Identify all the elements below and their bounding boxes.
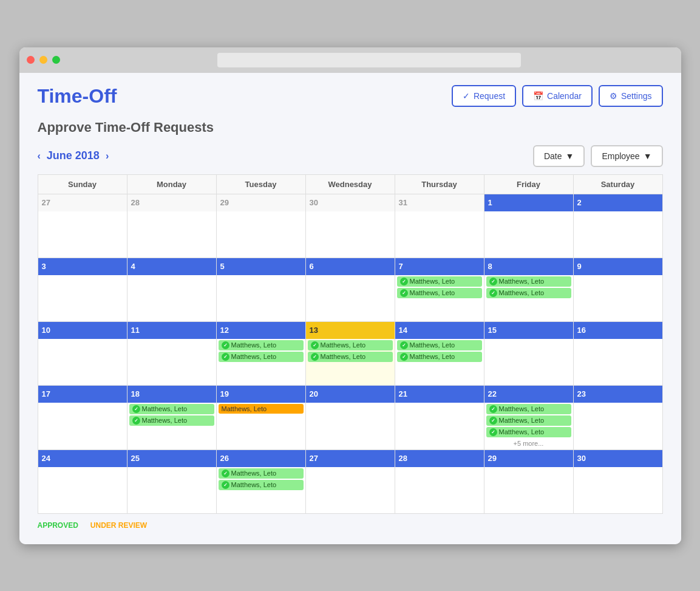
event-label: Matthews, Leto — [499, 278, 545, 285]
calendar-day-cell[interactable]: 28 — [127, 194, 216, 258]
day-number: 7 — [395, 258, 484, 275]
calendar-day-cell[interactable]: 26Matthews, LetoMatthews, Leto — [216, 449, 305, 513]
day-number: 30 — [574, 450, 662, 467]
event-label: Matthews, Leto — [499, 405, 545, 412]
event-tag[interactable]: Matthews, Leto — [486, 415, 571, 426]
app-title: Time-Off — [38, 85, 117, 108]
day-events: Matthews, LetoMatthews, Leto — [217, 339, 305, 364]
employee-filter-button[interactable]: Employee ▼ — [591, 145, 662, 167]
chevron-down-icon-2: ▼ — [644, 151, 652, 161]
calendar-day-cell[interactable]: 30 — [305, 194, 395, 258]
calendar-day-cell[interactable]: 7Matthews, LetoMatthews, Leto — [395, 258, 484, 321]
day-number: 29 — [217, 194, 305, 211]
prev-month-button[interactable]: ‹ — [38, 151, 41, 162]
event-tag[interactable]: Matthews, Leto — [486, 288, 571, 298]
day-of-week-header: Monday — [127, 174, 216, 194]
calendar-day-cell[interactable]: 14Matthews, LetoMatthews, Leto — [395, 321, 484, 385]
event-tag[interactable]: Matthews, Leto — [219, 352, 304, 362]
event-tag[interactable]: Matthews, Leto — [219, 468, 304, 479]
calendar-header-row: SundayMondayTuesdayWednesdayThursdayFrid… — [38, 174, 662, 194]
calendar-day-cell[interactable]: 19Matthews, Leto — [216, 385, 305, 449]
calendar-day-cell[interactable]: 9 — [573, 258, 662, 321]
calendar-day-cell[interactable]: 8Matthews, LetoMatthews, Leto — [484, 258, 573, 321]
calendar-day-cell[interactable]: 4 — [127, 258, 216, 321]
event-tag[interactable]: Matthews, Leto — [486, 427, 571, 437]
calendar-week-row: 34567Matthews, LetoMatthews, Leto8Matthe… — [38, 258, 662, 321]
minimize-button[interactable] — [39, 56, 47, 64]
event-tag[interactable]: Matthews, Leto — [397, 288, 482, 298]
day-number: 25 — [127, 450, 216, 467]
legend-review: UNDER REVIEW — [90, 521, 147, 530]
date-filter-label: Date — [544, 151, 562, 161]
day-number: 27 — [306, 450, 395, 467]
calendar-day-cell[interactable]: 28 — [395, 449, 484, 513]
calendar-day-cell[interactable]: 13Matthews, LetoMatthews, Leto — [305, 321, 395, 385]
day-of-week-header: Thursday — [395, 174, 484, 194]
calendar-day-cell[interactable]: 29 — [216, 194, 305, 258]
calendar-day-cell[interactable]: 27 — [38, 194, 127, 258]
event-tag[interactable]: Matthews, Leto — [308, 340, 393, 350]
day-of-week-header: Friday — [484, 174, 573, 194]
close-button[interactable] — [27, 56, 35, 64]
day-events: Matthews, LetoMatthews, Leto — [127, 403, 216, 428]
calendar-day-cell[interactable]: 15 — [484, 321, 573, 385]
event-tag[interactable]: Matthews, Leto — [308, 352, 393, 362]
day-number: 4 — [127, 258, 216, 275]
filter-buttons: Date ▼ Employee ▼ — [533, 145, 663, 167]
calendar-day-cell[interactable]: 22Matthews, LetoMatthews, LetoMatthews, … — [484, 385, 573, 449]
event-tag[interactable]: Matthews, Leto — [219, 404, 304, 414]
date-filter-button[interactable]: Date ▼ — [533, 145, 585, 167]
calendar-day-cell[interactable]: 29 — [484, 449, 573, 513]
calendar-day-cell[interactable]: 20 — [305, 385, 395, 449]
event-tag[interactable]: Matthews, Leto — [486, 276, 571, 287]
calendar-week-row: 272829303112 — [38, 194, 662, 258]
next-month-button[interactable]: › — [106, 151, 109, 162]
maximize-button[interactable] — [52, 56, 60, 64]
calendar-day-cell[interactable]: 17 — [38, 385, 127, 449]
calendar-day-cell[interactable]: 23 — [573, 385, 662, 449]
event-tag[interactable]: Matthews, Leto — [219, 340, 304, 350]
calendar-day-cell[interactable]: 3 — [38, 258, 127, 321]
calendar-day-cell[interactable]: 10 — [38, 321, 127, 385]
day-events: Matthews, LetoMatthews, Leto — [395, 275, 484, 301]
check-icon — [311, 341, 319, 349]
settings-label: Settings — [621, 91, 652, 101]
event-tag[interactable]: Matthews, Leto — [397, 276, 482, 287]
legend-approved: APPROVED — [38, 521, 78, 530]
calendar-day-cell[interactable]: 24 — [38, 449, 127, 513]
calendar-day-cell[interactable]: 21 — [395, 385, 484, 449]
event-tag[interactable]: Matthews, Leto — [397, 340, 482, 350]
calendar-day-cell[interactable]: 18Matthews, LetoMatthews, Leto — [127, 385, 216, 449]
calendar-day-cell[interactable]: 31 — [395, 194, 484, 258]
calendar-button[interactable]: 📅 Calendar — [522, 85, 593, 107]
event-label: Matthews, Leto — [321, 341, 366, 349]
calendar-day-cell[interactable]: 27 — [305, 449, 395, 513]
day-events: Matthews, LetoMatthews, Leto — [306, 339, 395, 364]
calendar-day-cell[interactable]: 12Matthews, LetoMatthews, Leto — [216, 321, 305, 385]
calendar-day-cell[interactable]: 5 — [216, 258, 305, 321]
calendar-day-cell[interactable]: 11 — [127, 321, 216, 385]
calendar-label: Calendar — [547, 91, 582, 101]
event-tag[interactable]: Matthews, Leto — [129, 404, 214, 414]
calendar-day-cell[interactable]: 16 — [573, 321, 662, 385]
event-tag[interactable]: Matthews, Leto — [219, 480, 304, 490]
check-icon — [222, 470, 229, 477]
day-number: 28 — [395, 450, 484, 467]
settings-button[interactable]: ⚙ Settings — [599, 85, 663, 107]
check-icon — [222, 341, 229, 349]
check-icon — [222, 353, 229, 361]
request-button[interactable]: ✓ Request — [452, 85, 516, 107]
more-events-link[interactable]: +5 more... — [486, 439, 571, 448]
calendar-day-cell[interactable]: 2 — [573, 194, 662, 258]
event-label: Matthews, Leto — [499, 289, 545, 296]
day-number: 28 — [127, 194, 216, 211]
calendar-day-cell[interactable]: 30 — [573, 449, 662, 513]
event-tag[interactable]: Matthews, Leto — [486, 404, 571, 414]
event-tag[interactable]: Matthews, Leto — [129, 415, 214, 426]
check-icon — [400, 341, 408, 349]
event-tag[interactable]: Matthews, Leto — [397, 352, 482, 362]
calendar-day-cell[interactable]: 6 — [305, 258, 395, 321]
calendar-day-cell[interactable]: 1 — [484, 194, 573, 258]
check-icon — [400, 353, 408, 361]
calendar-day-cell[interactable]: 25 — [127, 449, 216, 513]
